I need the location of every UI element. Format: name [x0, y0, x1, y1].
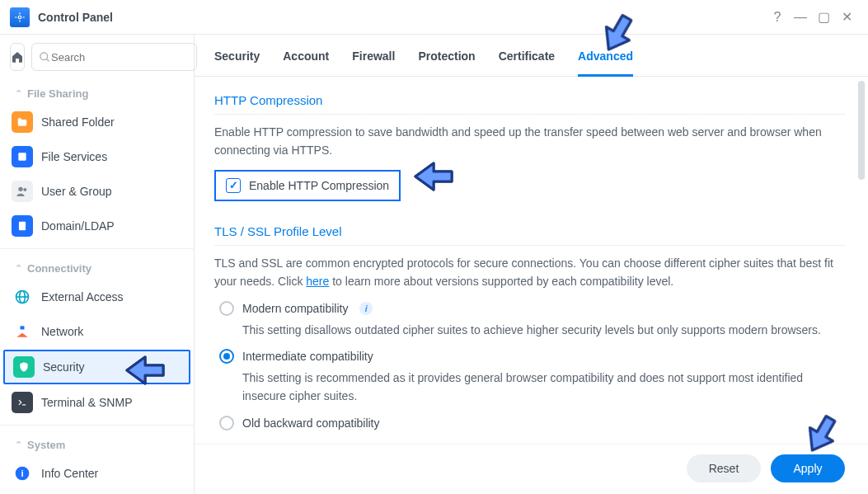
search-icon — [39, 51, 51, 64]
title-bar: Control Panel ? — ▢ ✕ — [0, 0, 868, 35]
search-field[interactable] — [31, 43, 197, 71]
users-icon — [12, 181, 33, 202]
file-services-icon — [12, 146, 33, 167]
folder-icon — [12, 111, 33, 133]
enable-http-compression-checkbox[interactable]: ✓ Enable HTTP Compression — [214, 170, 401, 201]
app-icon — [10, 7, 30, 27]
help-button[interactable]: ? — [766, 10, 789, 25]
svg-point-0 — [18, 16, 21, 19]
tab-certificate[interactable]: Certificate — [499, 49, 555, 76]
sidebar-item-label: Network — [41, 325, 83, 338]
svg-line-2 — [46, 59, 49, 61]
svg-point-1 — [40, 52, 48, 59]
svg-point-4 — [18, 187, 22, 191]
checkbox-label: Enable HTTP Compression — [249, 179, 389, 192]
tls-description: TLS and SSL are common encrypted protoco… — [214, 254, 845, 291]
radio-intermediate-compatibility[interactable]: Intermediate compatibility — [219, 349, 845, 364]
radio-label: Intermediate compatibility — [242, 350, 373, 363]
svg-rect-10 — [21, 326, 25, 329]
search-input[interactable] — [51, 51, 190, 64]
radio-label: Old backward compatibility — [242, 416, 380, 430]
radio-icon — [219, 349, 234, 364]
scrollbar-thumb[interactable] — [858, 81, 865, 180]
checkbox-icon: ✓ — [226, 178, 241, 193]
svg-rect-6 — [19, 222, 26, 231]
globe-icon — [12, 286, 33, 308]
sidebar-group-connectivity[interactable]: ⌃ Connectivity — [0, 254, 194, 280]
minimize-button[interactable]: — — [789, 10, 812, 25]
scrollbar-track[interactable] — [858, 81, 865, 431]
sidebar-item-file-services[interactable]: File Services — [0, 139, 194, 174]
footer-bar: Reset Apply — [195, 444, 868, 494]
sidebar-group-label: File Sharing — [27, 87, 88, 100]
sidebar-item-label: User & Group — [41, 185, 112, 198]
sidebar-group-label: System — [27, 439, 65, 451]
tab-protection[interactable]: Protection — [418, 49, 475, 76]
sidebar-item-label: File Services — [41, 150, 107, 163]
domain-icon — [12, 215, 33, 237]
sidebar-group-label: Connectivity — [27, 262, 91, 275]
info-icon[interactable]: i — [359, 302, 373, 315]
sidebar-item-label: Info Center — [41, 467, 98, 480]
sidebar: ⌃ File Sharing Shared Folder File Servic… — [0, 35, 195, 494]
sidebar-item-info-center[interactable]: i Info Center — [0, 456, 194, 491]
sidebar-group-file-sharing[interactable]: ⌃ File Sharing — [0, 79, 194, 105]
sidebar-item-user-group[interactable]: User & Group — [0, 174, 194, 209]
section-title-http-compression: HTTP Compression — [214, 88, 845, 115]
sidebar-item-domain-ldap[interactable]: Domain/LDAP — [0, 209, 194, 243]
radio-modern-compatibility[interactable]: Modern compatibility i — [219, 301, 845, 316]
window-title: Control Panel — [38, 11, 113, 24]
maximize-button[interactable]: ▢ — [812, 9, 835, 25]
sidebar-item-label: Domain/LDAP — [41, 219, 115, 233]
sidebar-item-label: External Access — [41, 290, 124, 303]
sidebar-item-external-access[interactable]: External Access — [0, 280, 194, 314]
terminal-icon — [12, 392, 33, 413]
info-icon: i — [12, 463, 33, 484]
sidebar-group-system[interactable]: ⌃ System — [0, 430, 194, 456]
radio-intermediate-description: This setting is recommended as it provid… — [242, 369, 845, 406]
svg-point-5 — [23, 188, 26, 191]
sidebar-item-security[interactable]: Security — [3, 350, 190, 384]
svg-text:i: i — [21, 468, 23, 478]
radio-old-compatibility[interactable]: Old backward compatibility — [219, 416, 845, 430]
tab-bar: Security Account Firewall Protection Cer… — [195, 35, 868, 77]
radio-modern-description: This setting disallows outdated cipher s… — [242, 321, 845, 339]
sidebar-item-terminal-snmp[interactable]: Terminal & SNMP — [0, 385, 194, 420]
sidebar-item-label: Shared Folder — [41, 115, 115, 129]
chevron-up-icon: ⌃ — [15, 440, 22, 450]
apply-button[interactable]: Apply — [771, 454, 845, 482]
radio-icon — [219, 301, 234, 316]
close-button[interactable]: ✕ — [835, 9, 858, 25]
settings-scroll-area[interactable]: HTTP Compression Enable HTTP compression… — [195, 77, 868, 494]
radio-icon — [219, 416, 234, 430]
sidebar-item-label: Terminal & SNMP — [41, 396, 132, 409]
tab-security[interactable]: Security — [214, 49, 260, 76]
chevron-up-icon: ⌃ — [15, 263, 22, 274]
sidebar-item-label: Security — [43, 360, 85, 374]
sidebar-item-shared-folder[interactable]: Shared Folder — [0, 105, 194, 139]
reset-button[interactable]: Reset — [687, 454, 761, 482]
http-compression-description: Enable HTTP compression to save bandwidt… — [214, 123, 845, 160]
shield-icon — [13, 356, 35, 378]
home-button[interactable] — [10, 43, 25, 71]
network-icon — [12, 321, 33, 342]
radio-label: Modern compatibility — [242, 302, 348, 315]
tab-firewall[interactable]: Firewall — [352, 49, 395, 76]
svg-rect-3 — [18, 153, 26, 160]
tab-account[interactable]: Account — [283, 49, 329, 76]
section-title-tls: TLS / SSL Profile Level — [214, 219, 845, 246]
sidebar-item-network[interactable]: Network — [0, 314, 194, 349]
content-area: Security Account Firewall Protection Cer… — [195, 35, 868, 494]
tab-advanced[interactable]: Advanced — [578, 49, 633, 77]
chevron-up-icon: ⌃ — [15, 88, 22, 99]
tls-learn-more-link[interactable]: here — [306, 275, 329, 288]
